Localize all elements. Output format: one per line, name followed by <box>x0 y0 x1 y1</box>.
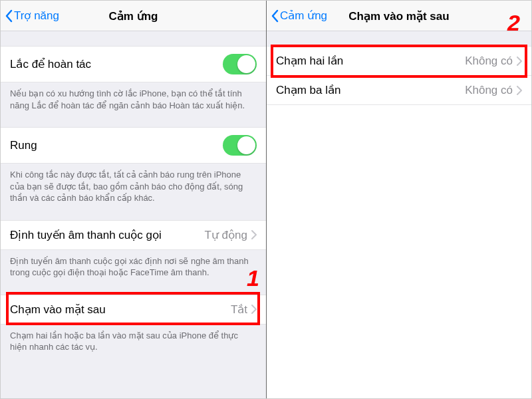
triple-tap-label: Chạm ba lần <box>276 83 340 97</box>
right-content: Chạm hai lần Không có Chạm ba lần Không … <box>267 31 531 398</box>
chevron-right-icon <box>251 230 257 239</box>
back-tap-footer: Chạm hai lần hoặc ba lần vào mặt sau của… <box>1 325 266 362</box>
back-tap-label: Chạm vào mặt sau <box>10 303 106 317</box>
shake-footer: Nếu bạn có xu hướng tình cờ lắc iPhone, … <box>1 82 266 120</box>
vibration-toggle-on[interactable] <box>223 135 257 156</box>
back-tap-row[interactable]: Chạm vào mặt sau Tắt <box>1 295 266 325</box>
settings-touch-pane: Trợ năng Cảm ứng Lắc để hoàn tác Nếu bạn… <box>1 1 266 398</box>
shake-to-undo-row[interactable]: Lắc để hoàn tác <box>1 46 266 82</box>
back-tap-pane: Cảm ứng Chạm vào mặt sau Chạm hai lần Kh… <box>266 1 531 398</box>
back-tap-value: Tắt <box>231 303 247 317</box>
chevron-left-icon <box>271 9 279 23</box>
navbar-left: Trợ năng Cảm ứng <box>1 1 266 31</box>
nav-title-left: Cảm ứng <box>109 9 158 23</box>
vibration-row[interactable]: Rung <box>1 127 266 164</box>
shake-toggle-on[interactable] <box>223 54 257 74</box>
navbar-right: Cảm ứng Chạm vào mặt sau <box>267 1 531 31</box>
tutorial-container: Trợ năng Cảm ứng Lắc để hoàn tác Nếu bạn… <box>0 0 532 399</box>
chevron-right-icon <box>517 57 522 66</box>
triple-tap-row[interactable]: Chạm ba lần Không có <box>267 76 531 105</box>
call-route-label: Định tuyến âm thanh cuộc gọi <box>10 228 162 242</box>
chevron-right-icon <box>251 305 257 314</box>
back-button-touch[interactable]: Cảm ứng <box>271 9 327 23</box>
vibration-footer: Khi công tắc này được tắt, tất cả cảnh b… <box>1 164 266 213</box>
vibration-label: Rung <box>10 139 37 152</box>
back-button-accessibility[interactable]: Trợ năng <box>5 9 59 23</box>
nav-title-right: Chạm vào mặt sau <box>348 9 449 23</box>
double-tap-value: Không có <box>465 55 513 68</box>
call-route-value: Tự động <box>205 228 247 242</box>
back-label-right: Cảm ứng <box>280 9 327 23</box>
double-tap-label: Chạm hai lần <box>276 54 343 68</box>
shake-label: Lắc để hoàn tác <box>10 57 91 71</box>
call-audio-routing-row[interactable]: Định tuyến âm thanh cuộc gọi Tự động <box>1 220 266 250</box>
left-content: Lắc để hoàn tác Nếu bạn có xu hướng tình… <box>1 31 266 398</box>
triple-tap-value: Không có <box>465 84 513 97</box>
back-label: Trợ năng <box>14 9 59 23</box>
chevron-left-icon <box>5 9 13 23</box>
chevron-right-icon <box>517 86 522 95</box>
call-route-footer: Định tuyến âm thanh cuộc gọi xác định nơ… <box>1 250 266 288</box>
double-tap-row[interactable]: Chạm hai lần Không có <box>267 46 531 76</box>
